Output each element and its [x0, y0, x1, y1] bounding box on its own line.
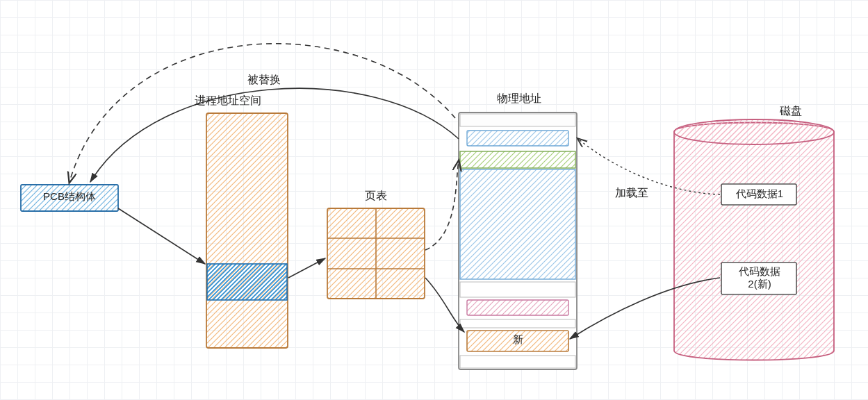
svg-rect-8: [460, 169, 575, 279]
svg-rect-5: [460, 114, 575, 126]
svg-rect-11: [460, 319, 575, 328]
svg-rect-9: [460, 282, 575, 297]
svg-rect-7: [460, 151, 575, 168]
label-page-table: 页表: [365, 189, 387, 203]
phys-addr-column: [459, 112, 577, 369]
label-disk: 磁盘: [780, 104, 802, 119]
proc-space-box: [206, 113, 288, 348]
label-code2-line2: 2(新): [728, 278, 791, 290]
svg-point-14: [674, 119, 834, 144]
disk-cylinder: [674, 119, 834, 360]
arrow-pcb-to-proc: [118, 208, 205, 264]
label-code1: 代码数据1: [728, 188, 791, 201]
label-proc-space: 进程地址空间: [195, 94, 261, 108]
arrow-pagetable-to-phys-dashed: [425, 161, 459, 250]
arrow-proc-to-pagetable: [288, 258, 325, 278]
label-new: 新: [500, 333, 535, 347]
svg-rect-6: [467, 131, 568, 146]
svg-rect-13: [460, 356, 575, 368]
label-pcb: PCB结构体: [35, 190, 104, 203]
label-phys-addr: 物理地址: [497, 92, 541, 106]
page-table-grid: [327, 208, 425, 299]
proc-space-segment: [207, 264, 287, 300]
label-replaced: 被替换: [247, 73, 281, 88]
svg-rect-10: [467, 300, 568, 315]
label-load-to: 加载至: [615, 186, 648, 201]
label-code2-line1: 代码数据: [728, 265, 791, 278]
